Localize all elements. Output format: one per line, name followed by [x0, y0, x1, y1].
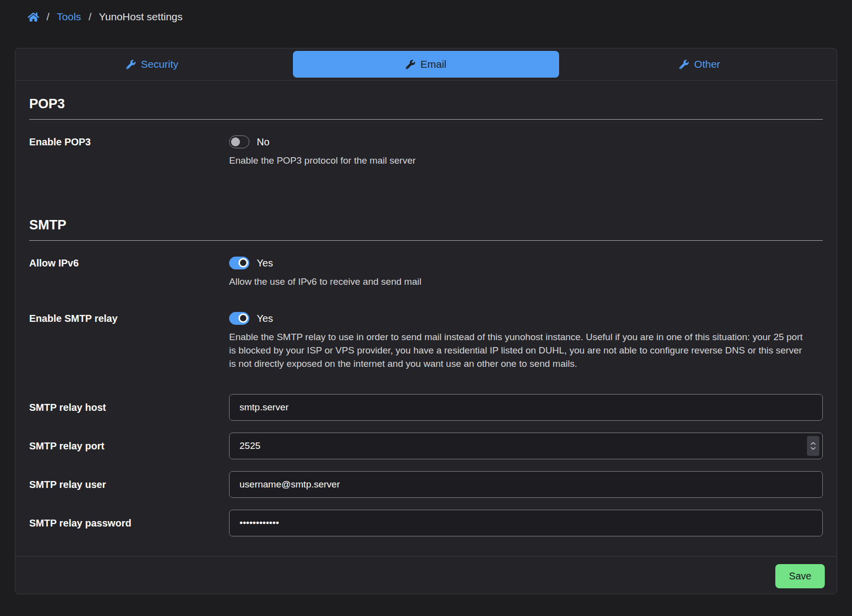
number-spinner[interactable]: [807, 436, 819, 456]
settings-form: POP3 Enable POP3 No Enable the POP3 prot…: [15, 81, 837, 556]
smtp-relay-password-input[interactable]: [229, 510, 823, 536]
field-label: Enable SMTP relay: [29, 312, 229, 324]
toggle-knob: [238, 258, 248, 267]
field-row-smtp-relay-port: SMTP relay port: [29, 433, 823, 459]
breadcrumb-separator: /: [89, 11, 92, 23]
breadcrumb: / Tools / YunoHost settings: [0, 0, 852, 48]
field-label: SMTP relay password: [29, 518, 229, 529]
toggle-state-label: Yes: [257, 258, 273, 269]
smtp-relay-user-input[interactable]: [229, 471, 823, 498]
tab-label: Email: [421, 58, 447, 70]
section-smtp: SMTP Allow IPv6 Yes Allow the use of IPv…: [29, 218, 823, 536]
tab-label: Other: [694, 58, 720, 70]
field-label: Enable POP3: [29, 135, 229, 148]
tab-bar: Security Email Other: [15, 48, 837, 81]
tab-email[interactable]: Email: [293, 51, 559, 78]
field-label: SMTP relay user: [29, 479, 229, 490]
field-row-smtp-relay-host: SMTP relay host: [29, 394, 823, 421]
toggle-knob: [238, 313, 248, 323]
field-label: Allow IPv6: [29, 257, 229, 269]
breadcrumb-separator: /: [47, 11, 49, 23]
field-row-smtp-relay-password: SMTP relay password: [29, 510, 823, 536]
field-row-smtp-relay-user: SMTP relay user: [29, 471, 823, 498]
smtp-relay-host-input[interactable]: [229, 394, 823, 421]
wrench-icon: [126, 60, 136, 69]
allow-ipv6-toggle[interactable]: [229, 257, 249, 269]
field-label: SMTP relay port: [29, 440, 229, 452]
tab-label: Security: [141, 58, 179, 70]
home-icon: [28, 11, 39, 23]
breadcrumb-link-tools[interactable]: Tools: [57, 11, 81, 23]
tab-other[interactable]: Other: [567, 51, 833, 78]
field-description: Enable the SMTP relay to use in order to…: [229, 330, 810, 370]
wrench-icon: [679, 60, 689, 69]
toggle-state-label: No: [257, 136, 270, 148]
field-description: Enable the POP3 protocol for the mail se…: [229, 154, 810, 167]
settings-card: Security Email Other POP3 Enable POP3 No: [15, 48, 837, 594]
tab-security[interactable]: Security: [19, 51, 285, 78]
field-description: Allow the use of IPv6 to receive and sen…: [229, 275, 810, 288]
section-pop3: POP3 Enable POP3 No Enable the POP3 prot…: [29, 96, 823, 167]
toggle-state-label: Yes: [257, 313, 273, 324]
section-title-pop3: POP3: [29, 96, 823, 120]
toggle-knob: [231, 137, 240, 146]
enable-smtp-relay-toggle[interactable]: [229, 312, 249, 325]
form-footer: Save: [15, 556, 837, 594]
field-row-enable-smtp-relay: Enable SMTP relay Yes Enable the SMTP re…: [29, 312, 823, 370]
spinner-down-icon: [810, 447, 816, 450]
save-button[interactable]: Save: [775, 564, 825, 588]
breadcrumb-current-page: YunoHost settings: [99, 11, 183, 23]
smtp-relay-port-input[interactable]: [229, 433, 823, 459]
section-title-smtp: SMTP: [29, 218, 823, 241]
spinner-up-icon: [810, 442, 816, 445]
breadcrumb-home-link[interactable]: [28, 11, 39, 23]
enable-pop3-toggle[interactable]: [229, 135, 249, 148]
field-row-allow-ipv6: Allow IPv6 Yes Allow the use of IPv6 to …: [29, 257, 823, 288]
field-row-enable-pop3: Enable POP3 No Enable the POP3 protocol …: [29, 135, 823, 167]
field-label: SMTP relay host: [29, 402, 229, 413]
wrench-icon: [406, 60, 415, 69]
